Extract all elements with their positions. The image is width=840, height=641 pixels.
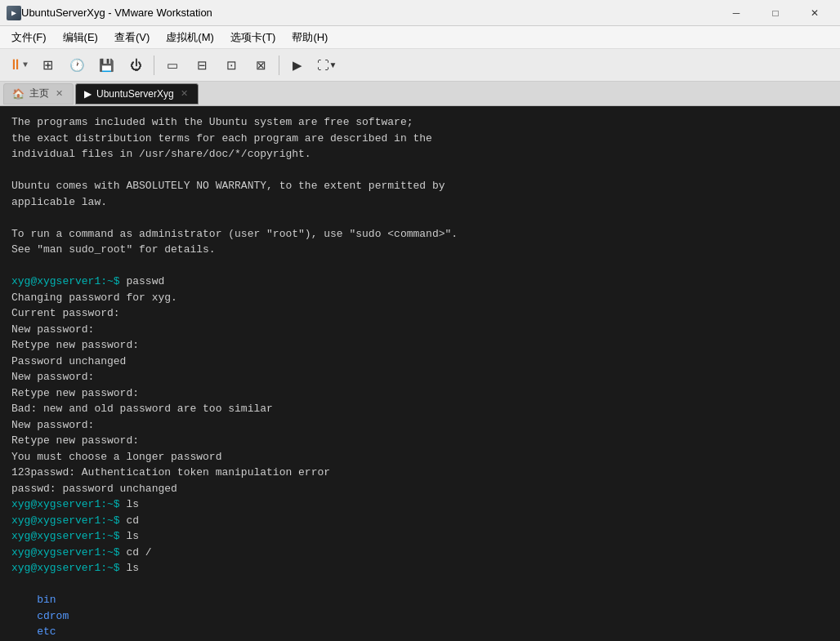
term-prompt: xyg@xygserver1:~$ cd [11,513,829,529]
tab-vm-close[interactable]: ✕ [179,88,190,99]
term-line: New password: [11,369,829,385]
menu-view[interactable]: 查看(V) [106,27,158,48]
term-line: See "man sudo_root" for details. [11,242,829,258]
term-prompt: xyg@xygserver1:~$ cd / [11,545,829,561]
fullscreen-icon: ⊡ [226,58,237,73]
snapshot-icon: 🕐 [69,58,85,73]
separator-1 [154,56,154,75]
display-arrow-icon: ▼ [329,60,337,69]
term-line: Ubuntu comes with ABSOLUTELY NO WARRANTY… [11,178,829,194]
menu-file[interactable]: 文件(F) [3,27,55,48]
restore-button[interactable]: □ [757,0,794,26]
fullscreen-vm-button[interactable]: ⊞ [34,52,60,78]
term-line: New password: [11,417,829,434]
console-button[interactable]: ▶ [284,52,311,78]
term-line [11,258,829,274]
term-line: New password: [11,322,829,338]
normal-view-button[interactable]: ▭ [159,52,185,78]
menu-help[interactable]: 帮助(H) [284,27,336,48]
term-line: The programs included with the Ubuntu sy… [11,114,829,131]
tab-home-label: 主页 [29,87,49,100]
term-line: Retype new password: [11,337,829,354]
display-button[interactable]: ⛶ ▼ [314,52,340,78]
term-line: Password unchanged [11,354,829,370]
menubar: 文件(F) 编辑(E) 查看(V) 虚拟机(M) 选项卡(T) 帮助(H) [0,26,840,49]
window-controls: ─ □ ✕ [717,0,833,26]
ls-output-1: bin cdrom etc lib lib64 lost+found mnt p… [11,576,829,642]
shutdown-button[interactable]: ⏻ [123,52,149,78]
dropdown-arrow-icon: ▼ [23,60,28,69]
term-prompt: xyg@xygserver1:~$ ls [11,496,829,513]
stretch-button[interactable]: ⊠ [248,52,274,78]
menu-edit[interactable]: 编辑(E) [55,27,106,48]
menu-tabs[interactable]: 选项卡(T) [222,27,284,48]
term-line: applicable law. [11,194,829,211]
suspend-icon: 💾 [99,58,114,73]
term-line: the exact distribution terms for each pr… [11,131,829,147]
snapshot-button[interactable]: 🕐 [64,52,90,78]
tab-vm-label: UbuntuServerXyg [96,88,174,100]
suspend-button[interactable]: 💾 [93,52,119,78]
menu-vm[interactable]: 虚拟机(M) [158,27,222,48]
term-line: Current password: [11,305,829,322]
unity-view-icon: ⊟ [197,58,208,73]
titlebar: ▶ UbuntuServerXyg - VMware Workstation ─… [0,0,840,26]
terminal[interactable]: The programs included with the Ubuntu sy… [0,106,840,641]
app-icon: ▶ [7,6,21,20]
tab-home[interactable]: 🏠 主页 ✕ [3,83,74,105]
term-line: Retype new password: [11,433,829,449]
unity-view-button[interactable]: ⊟ [189,52,215,78]
separator-2 [279,56,279,75]
shutdown-icon: ⏻ [130,58,142,72]
minimize-button[interactable]: ─ [717,0,755,26]
toolbar: ⏸ ▼ ⊞ 🕐 💾 ⏻ ▭ ⊟ ⊡ ⊠ ▶ ⛶ ▼ [0,49,840,82]
pause-button[interactable]: ⏸ ▼ [5,52,31,78]
console-icon: ▶ [293,58,302,73]
term-line: Bad: new and old password are too simila… [11,401,829,417]
title-text: UbuntuServerXyg - VMware Workstation [21,7,717,19]
term-line: 123passwd: Authentication token manipula… [11,465,829,481]
term-line: To run a command as administrator (user … [11,226,829,243]
fullscreen-button[interactable]: ⊡ [218,52,244,78]
term-line [11,162,829,179]
term-line: Retype new password: [11,385,829,402]
vm-tab-icon: ▶ [84,88,92,100]
term-line: individual files in /usr/share/doc/*/cop… [11,146,829,162]
term-line: Changing password for xyg. [11,290,829,306]
term-line [11,210,829,226]
display-icon: ⛶ [317,58,329,72]
home-icon: 🏠 [12,88,25,100]
term-line: passwd: password unchanged [11,481,829,497]
stretch-icon: ⊠ [256,58,266,73]
tab-home-close[interactable]: ✕ [54,88,65,99]
term-prompt: xyg@xygserver1:~$ ls [11,528,829,545]
tab-vm[interactable]: ▶ UbuntuServerXyg ✕ [75,83,199,105]
normal-view-icon: ▭ [167,58,178,73]
term-prompt: xyg@xygserver1:~$ ls [11,560,829,576]
close-button[interactable]: ✕ [796,0,833,26]
term-line: You must choose a longer password [11,449,829,465]
tabbar: 🏠 主页 ✕ ▶ UbuntuServerXyg ✕ [0,82,840,106]
term-prompt: xyg@xygserver1:~$ passwd [11,274,829,290]
pause-icon: ⏸ [8,56,23,73]
fullscreen-vm-icon: ⊞ [42,57,53,73]
